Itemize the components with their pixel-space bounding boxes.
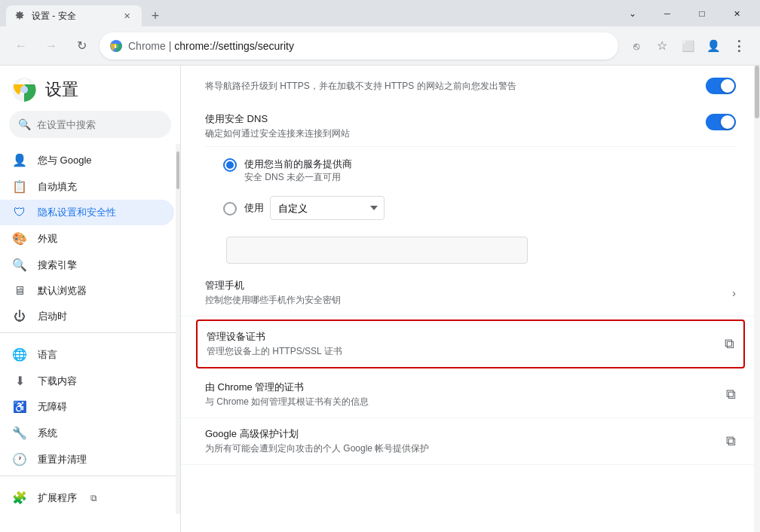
https-toggle[interactable]: [706, 78, 736, 94]
bookmark-button[interactable]: ☆: [650, 34, 674, 58]
radio-option-2[interactable]: 使用 自定义 Google (8.8.8.8) Cloudflare (1.1.…: [223, 191, 736, 225]
sidebar-item-label: 启动时: [38, 310, 67, 323]
close-icon: [734, 8, 740, 19]
refresh-button[interactable]: ↻: [69, 34, 93, 58]
google-protect-section: Google 高级保护计划 为所有可能会遭到定向攻击的个人 Google 帐号提…: [181, 418, 760, 465]
sidebar-item-label: 自动填充: [38, 180, 77, 194]
sidebar-item-label: 下载内容: [38, 375, 77, 388]
radio-circle-2[interactable]: [223, 202, 237, 216]
sidebar-item-privacy[interactable]: 🛡 隐私设置和安全性: [0, 200, 174, 225]
sidebar-title: 设置: [45, 78, 78, 101]
minimize-icon: [664, 8, 670, 19]
new-tab-button[interactable]: +: [145, 5, 166, 26]
sidebar-item-label: 默认浏览器: [38, 284, 87, 298]
google-protect-info: Google 高级保护计划 为所有可能会遭到定向攻击的个人 Google 帐号提…: [205, 427, 429, 455]
sidebar-item-autofill[interactable]: 📋 自动填充: [0, 173, 174, 200]
manage-certs-section[interactable]: 管理设备证书 管理您设备上的 HTTPS/SSL 证书 ⧉: [196, 320, 745, 368]
tab-area: 设置 - 安全 ✕ +: [6, 0, 609, 26]
chrome-certs-title: 由 Chrome 管理的证书: [205, 381, 369, 394]
toolbar-right: ⎋ ☆ ⬜ 👤 ⋮: [624, 34, 751, 58]
sidebar-nav: 👤 您与 Google 📋 自动填充 🛡 隐私设置和安全性 🎨 外观 🔍: [0, 144, 180, 514]
sidebar-item-language[interactable]: 🌐 语言: [0, 341, 174, 368]
sidebar-item-system[interactable]: 🔧 系统: [0, 420, 174, 446]
tab-close-button[interactable]: ✕: [121, 10, 133, 22]
secure-dns-desc: 确定如何通过安全连接来连接到网站: [205, 127, 350, 140]
secure-dns-section: 使用安全 DNS 确定如何通过安全连接来连接到网站 使用您当前的服务提供商 安全…: [181, 100, 760, 264]
radio-option-1[interactable]: 使用您当前的服务提供商 安全 DNS 未必一直可用: [223, 153, 736, 188]
chrome-certs-info: 由 Chrome 管理的证书 与 Chrome 如何管理其根证书有关的信息: [205, 381, 369, 408]
sidebar-item-label: 系统: [38, 427, 57, 440]
manage-phone-chevron: ›: [732, 287, 736, 299]
chrome-certs-ext-link[interactable]: ⧉: [726, 387, 736, 402]
search-input[interactable]: [37, 119, 164, 130]
url-separator: |: [166, 40, 174, 52]
sidebar-search[interactable]: 🔍: [9, 111, 171, 138]
forward-button[interactable]: →: [39, 34, 63, 58]
minimize-button[interactable]: [650, 0, 685, 26]
sidebar-item-accessibility[interactable]: ♿ 无障碍: [0, 394, 174, 420]
sidebar-item-startup[interactable]: ⏻ 启动时: [0, 304, 174, 329]
sidebar-item-label: 重置并清理: [38, 453, 87, 466]
window-chevron-button[interactable]: ⌄: [615, 0, 650, 26]
maximize-icon: [699, 8, 704, 19]
autofill-nav-icon: 📋: [12, 179, 27, 194]
content-scroll-thumb: [755, 66, 759, 118]
sidebar: 设置 🔍 👤 您与 Google 📋 自动填充 🛡 隐私设置和安全性: [0, 66, 181, 532]
content-area: 将导航路径升级到 HTTPS，并在加载不支持 HTTPS 的网站之前向您发出警告…: [181, 66, 760, 532]
dns-custom-select[interactable]: 自定义 Google (8.8.8.8) Cloudflare (1.1.1.1…: [270, 196, 385, 220]
radio-option-1-label: 使用您当前的服务提供商: [244, 157, 352, 171]
url-path: chrome://settings/security: [174, 40, 294, 52]
url-text: Chrome | chrome://settings/security: [128, 40, 608, 52]
url-bar[interactable]: Chrome | chrome://settings/security: [100, 32, 618, 60]
sidebar-item-label: 搜索引擎: [38, 258, 77, 272]
sidebar-item-label: 您与 Google: [38, 154, 92, 167]
extensions-external-icon: ⧉: [90, 493, 97, 503]
https-notice-section: 将导航路径升级到 HTTPS，并在加载不支持 HTTPS 的网站之前向您发出警告: [181, 66, 760, 100]
share-button[interactable]: ⎋: [624, 34, 648, 58]
radio-circle-1[interactable]: [223, 158, 237, 172]
content-scroll-track: [754, 66, 760, 532]
secure-dns-toggle[interactable]: [706, 114, 736, 130]
chrome-certs-desc: 与 Chrome 如何管理其根证书有关的信息: [205, 396, 369, 408]
google-protect-title: Google 高级保护计划: [205, 427, 429, 441]
sidebar-item-label: 扩展程序: [38, 491, 77, 505]
sidebar-item-label: 语言: [38, 348, 57, 362]
profile-button[interactable]: 👤: [701, 34, 725, 58]
manage-certs-ext-link[interactable]: ⧉: [725, 336, 734, 352]
radio-option-1-sublabel: 安全 DNS 未必一直可用: [244, 171, 352, 184]
active-tab[interactable]: 设置 - 安全 ✕: [6, 5, 142, 26]
address-bar: ← → ↻ Chrome | chrome://settings/securit…: [0, 26, 760, 66]
manage-phone-section: 管理手机 控制您使用哪些手机作为安全密钥 ›: [181, 270, 760, 316]
google-nav-icon: 👤: [12, 153, 27, 167]
sidebar-item-extensions[interactable]: 🧩 扩展程序 ⧉: [0, 485, 174, 511]
browser-nav-icon: 🖥: [12, 284, 27, 298]
menu-button[interactable]: ⋮: [727, 34, 751, 58]
main-layout: 设置 🔍 👤 您与 Google 📋 自动填充 🛡 隐私设置和安全性: [0, 66, 760, 532]
sidebar-item-reset[interactable]: 🕐 重置并清理: [0, 446, 174, 472]
sidebar-item-search[interactable]: 🔍 搜索引擎: [0, 252, 174, 278]
sidebar-item-google[interactable]: 👤 您与 Google: [0, 147, 174, 173]
search-nav-icon: 🔍: [12, 258, 27, 272]
sidebar-item-browser[interactable]: 🖥 默认浏览器: [0, 278, 174, 304]
maximize-button[interactable]: [685, 0, 719, 26]
window-controls: ⌄: [615, 0, 754, 26]
sidebar-item-label: 无障碍: [38, 400, 67, 414]
extensions-nav-icon: 🧩: [12, 491, 27, 505]
download-nav-icon: ⬇: [12, 374, 27, 388]
manage-phone-desc: 控制您使用哪些手机作为安全密钥: [205, 294, 341, 307]
svg-point-7: [20, 86, 28, 93]
close-button[interactable]: [719, 0, 754, 26]
search-icon: 🔍: [18, 118, 31, 130]
language-nav-icon: 🌐: [12, 347, 27, 362]
radio-option-2-row: 使用 自定义 Google (8.8.8.8) Cloudflare (1.1.…: [244, 196, 385, 220]
sidebar-item-download[interactable]: ⬇ 下载内容: [0, 368, 174, 394]
sidebar-item-appearance[interactable]: 🎨 外观: [0, 225, 174, 252]
sidebar-header: 设置: [0, 66, 180, 108]
chrome-certs-section: 由 Chrome 管理的证书 与 Chrome 如何管理其根证书有关的信息 ⧉: [181, 371, 760, 418]
secure-dns-title: 使用安全 DNS: [205, 112, 350, 126]
sidebar-item-label: 外观: [38, 232, 57, 246]
back-button[interactable]: ←: [9, 34, 33, 58]
chrome-logo: [12, 78, 36, 102]
tab-search-button[interactable]: ⬜: [676, 34, 700, 58]
google-protect-ext-link[interactable]: ⧉: [726, 433, 736, 449]
